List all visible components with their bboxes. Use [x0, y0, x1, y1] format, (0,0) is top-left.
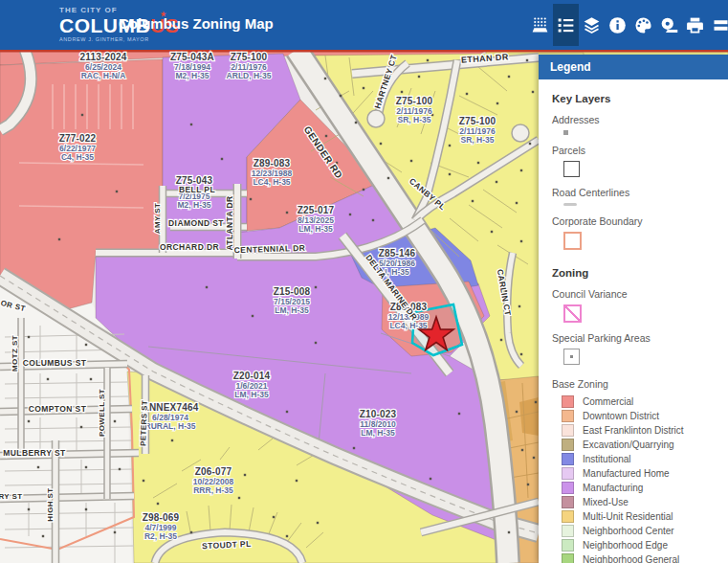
svg-text:ANNEX7464: ANNEX7464: [142, 402, 198, 413]
street-name-label: BELL PL: [179, 185, 215, 194]
svg-text:LC4, H-35: LC4, H-35: [389, 321, 427, 330]
app-header: THE CITY OF COLUMBUS★ ANDREW J. GINTHER,…: [0, 0, 728, 50]
zoning-color-swatch: [562, 453, 574, 465]
zoning-case-label: Z20-0141/6/2021LM, H-35: [233, 371, 271, 399]
svg-text:Z89-083: Z89-083: [254, 158, 291, 169]
svg-text:C4, H-35: C4, H-35: [61, 152, 94, 162]
svg-text:Z75-100: Z75-100: [459, 116, 496, 126]
svg-text:SR, H-35: SR, H-35: [461, 135, 495, 145]
zoning-color-swatch: [562, 395, 574, 408]
more-tools-button[interactable]: [708, 6, 728, 44]
measure-button[interactable]: [656, 6, 682, 44]
street-name-label: PETERS ST: [139, 400, 149, 446]
base-zoning-row: East Franklinton District: [552, 423, 715, 438]
zoning-color-swatch: [562, 467, 574, 480]
street-name-label: ATLANTA DR: [225, 195, 234, 250]
zoning-color-swatch: [562, 525, 574, 537]
zoning-class-label: Commercial: [583, 396, 633, 407]
legend-panel-header[interactable]: Legend: [539, 55, 728, 79]
legend-item: Road Centerlines: [552, 187, 715, 206]
legend-section-heading: Zoning: [552, 267, 715, 279]
base-zoning-row: Neighborhood General: [552, 552, 715, 563]
svg-text:Z75-100: Z75-100: [396, 96, 433, 106]
city-services-button[interactable]: [527, 6, 553, 44]
street-name-label: DIAMOND ST: [168, 218, 224, 228]
street-name-label: RY ST: [0, 492, 23, 501]
information-icon: [607, 15, 628, 35]
base-zoning-row: Commercial: [552, 394, 715, 409]
svg-text:LC4, H-35: LC4, H-35: [253, 177, 290, 187]
base-zoning-row: Manufacturing: [552, 481, 715, 495]
legend-item-label: Addresses: [552, 114, 715, 125]
legend-item: Council Variance: [552, 288, 715, 323]
measure-tape-icon: [659, 15, 679, 35]
legend-body: Key LayersAddressesParcelsRoad Centerlin…: [539, 79, 728, 563]
svg-text:M2, H-35: M2, H-35: [176, 71, 210, 80]
zoning-color-swatch: [562, 439, 574, 451]
zoning-class-label: Mixed-Use: [583, 497, 629, 507]
zoning-class-label: Neighborhood Edge: [583, 540, 668, 551]
legend-button[interactable]: [553, 4, 579, 46]
page-title: Columbus Zoning Map: [119, 15, 274, 32]
legend-item: Corporate Boundary: [552, 215, 715, 250]
basemap-gallery-button[interactable]: [630, 6, 656, 44]
svg-text:LM, H-35: LM, H-35: [234, 390, 269, 399]
cul-de-sac: [512, 124, 529, 142]
svg-text:LM, H-35: LM, H-35: [361, 428, 395, 438]
zoning-color-swatch: [562, 410, 574, 422]
base-zoning-label: Base Zoning: [552, 378, 715, 390]
information-button[interactable]: [605, 6, 630, 44]
zoning-case-label: 2113-20246/25/2024RAC, H-N/A: [79, 52, 126, 80]
layers-button[interactable]: [579, 6, 605, 44]
svg-text:R2, H-35: R2, H-35: [144, 531, 177, 541]
svg-text:RAC, H-N/A: RAC, H-N/A: [81, 71, 126, 80]
zoning-class-label: Neighborhood General: [583, 554, 679, 563]
street-name-label: ORCHARD DR: [160, 242, 219, 252]
zoning-case-label: Z15-0087/15/2015LM, H-35: [274, 286, 311, 315]
print-icon: [685, 15, 705, 35]
base-zoning-row: Manufactured Home: [552, 466, 715, 481]
legend-item-label: Special Parking Areas: [552, 332, 715, 344]
street-name-label: HIGH ST: [46, 487, 55, 521]
street-name-label: MOTZ ST: [11, 335, 19, 372]
svg-text:Z75-100: Z75-100: [231, 52, 268, 62]
city-services-icon: [530, 15, 550, 35]
zoning-class-label: East Franklinton District: [583, 425, 684, 436]
legend-item-label: Road Centerlines: [552, 187, 715, 198]
zoning-class-label: Institutional: [583, 454, 631, 464]
legend-icon: [556, 15, 576, 35]
zoning-case-label: Z98-0694/7/1999R2, H-35: [143, 512, 180, 541]
svg-text:Z85-146: Z85-146: [379, 248, 416, 259]
more-tools-icon: [711, 15, 728, 35]
base-zoning-row: Multi-Unit Residential: [552, 509, 715, 524]
legend-item-label: Corporate Boundary: [552, 215, 715, 227]
zoning-case-label: Z06-07710/22/2008RRR, H-35: [193, 466, 234, 495]
print-button[interactable]: [682, 6, 708, 44]
svg-text:Z25-017: Z25-017: [298, 205, 335, 215]
street-name-label: POWELL ST: [98, 389, 106, 437]
base-zoning-row: Excavation/Quarrying: [552, 438, 715, 452]
svg-text:ARLD, H-35: ARLD, H-35: [227, 71, 272, 80]
zoning-color-swatch: [562, 482, 574, 494]
address-dot-swatch: [563, 130, 568, 135]
svg-text:LM, H-35: LM, H-35: [298, 224, 333, 234]
zoning-class-label: Manufactured Home: [583, 468, 670, 479]
base-zoning-row: Downtown District: [552, 409, 715, 423]
zoning-class-label: Downtown District: [583, 411, 659, 421]
zoning-case-label: Z10-02311/8/2010LM, H-35: [360, 409, 397, 438]
logo-mayor-line: ANDREW J. GINTHER, MAYOR: [59, 37, 179, 43]
svg-text:Z06-077: Z06-077: [195, 466, 232, 477]
legend-item-label: Council Variance: [552, 288, 715, 300]
legend-panel: Legend Key LayersAddressesParcelsRoad Ce…: [539, 55, 728, 563]
legend-item: Parcels: [552, 145, 715, 177]
legend-item: Special Parking Areas: [552, 332, 715, 365]
legend-item-label: Parcels: [552, 145, 715, 156]
svg-text:Z77-022: Z77-022: [59, 133, 97, 144]
svg-text:2113-2024: 2113-2024: [79, 52, 126, 62]
zoning-color-swatch: [562, 539, 574, 552]
zoning-color-swatch: [562, 510, 574, 523]
street-name-label: MULBERRY ST: [3, 448, 66, 458]
svg-text:SR, H-35: SR, H-35: [398, 115, 431, 124]
zoning-case-label: Z75-1002/11/1976SR, H-35: [396, 96, 433, 124]
svg-text:RURAL, H-35: RURAL, H-35: [145, 421, 196, 431]
